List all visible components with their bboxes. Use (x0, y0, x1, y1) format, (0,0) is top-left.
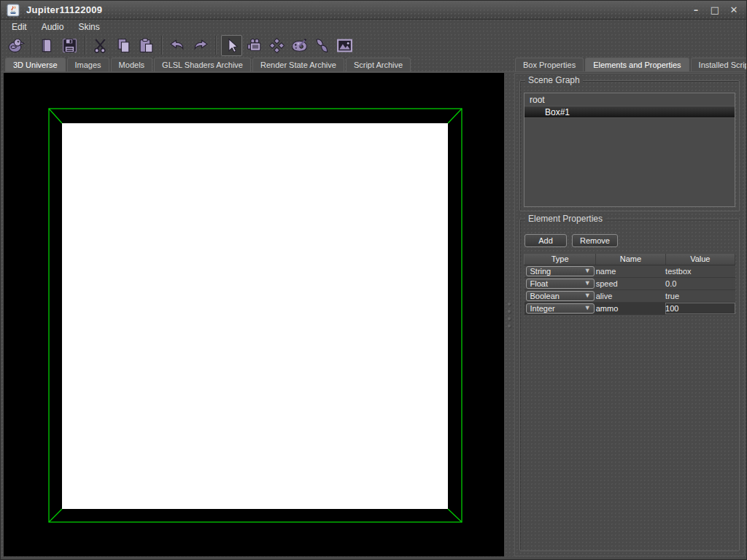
close-button[interactable]: ✕ (726, 4, 742, 17)
redo-arrow-icon[interactable] (190, 35, 211, 56)
name-cell[interactable]: speed (596, 277, 665, 289)
toolbar (1, 33, 747, 58)
column-header-type: Type (525, 254, 596, 265)
copy-icon[interactable] (113, 35, 134, 56)
open-folder-icon[interactable] (36, 35, 58, 56)
combobox-value: Boolean (530, 292, 560, 300)
select-cursor-icon[interactable] (221, 35, 242, 56)
tab-script-archive[interactable]: Script Archive (346, 58, 411, 71)
scene-graph-tree[interactable]: root Box#1 (524, 93, 735, 207)
splitter-handle[interactable] (504, 73, 514, 556)
tree-node-label: root (530, 95, 545, 105)
table-row: Float ▼ speed 0.0 (525, 277, 735, 289)
video-camera-icon[interactable] (244, 35, 265, 56)
undo-arrow-icon[interactable] (167, 35, 188, 56)
3d-viewport[interactable] (4, 73, 504, 556)
scene-graph-title: Scene Graph (525, 76, 583, 85)
tab-installed-scripts[interactable]: Installed Scripts (691, 58, 747, 71)
menu-audio[interactable]: Audio (35, 21, 71, 33)
tab-render-state-archive[interactable]: Render State Archive (252, 58, 344, 71)
toolbar-separator (85, 36, 86, 55)
type-combobox[interactable]: String ▼ (526, 266, 595, 276)
viewport-canvas (4, 73, 504, 556)
splitter-grip-dot (508, 303, 511, 306)
combobox-value: String (530, 267, 551, 276)
name-cell[interactable]: ammo (596, 302, 665, 314)
splitter-grip-dot (508, 324, 511, 327)
column-header-name: Name (596, 254, 665, 265)
cube-back-face (62, 123, 448, 509)
tab-glsl-shaders-archive[interactable]: GLSL Shaders Archive (154, 58, 251, 71)
menu-edit[interactable]: Edit (5, 21, 34, 33)
curves-shapes-icon[interactable] (311, 35, 333, 56)
type-combobox[interactable]: Float ▼ (526, 279, 595, 289)
elements-and-properties-panel: Scene Graph root Box#1 Element Propertie… (514, 73, 745, 556)
paint-palette-icon[interactable] (289, 35, 310, 56)
toolbar-separator (161, 36, 163, 55)
add-button[interactable]: Add (525, 234, 567, 247)
combobox-value: Integer (530, 304, 555, 313)
splitter-grip-dot (508, 310, 511, 313)
tree-node-label: Box#1 (545, 107, 570, 117)
tab-images[interactable]: Images (67, 58, 109, 71)
scene-graph-group: Scene Graph root Box#1 (519, 80, 740, 211)
element-properties-title: Element Properties (525, 214, 605, 224)
menu-bar: Edit Audio Skins (1, 20, 747, 33)
type-combobox[interactable]: Boolean ▼ (526, 291, 595, 301)
element-properties-group: Element Properties Add Remove Type Name … (519, 219, 740, 551)
minimize-button[interactable]: – (688, 4, 704, 17)
type-combobox[interactable]: Integer ▼ (526, 303, 595, 314)
chevron-down-icon: ▼ (584, 268, 591, 274)
toolbar-separator (31, 36, 32, 55)
application-window: { "window": { "title": "Jupiter11122009"… (0, 0, 747, 560)
splitter-grip-dot (508, 317, 511, 320)
value-cell[interactable]: 100 (665, 302, 735, 314)
window-title: Jupiter11122009 (26, 4, 102, 15)
menu-skins[interactable]: Skins (71, 21, 106, 33)
paste-clipboard-icon[interactable] (136, 35, 157, 56)
properties-table: Type Name Value String ▼ name testbox (524, 254, 735, 315)
toolbar-separator (215, 36, 217, 55)
save-floppy-icon[interactable] (59, 35, 80, 56)
name-cell[interactable]: name (596, 265, 665, 277)
tab-box-properties[interactable]: Box Properties (515, 58, 584, 71)
cut-scissors-icon[interactable] (90, 35, 112, 56)
chevron-down-icon: ▼ (584, 292, 591, 299)
combobox-value: Float (530, 279, 548, 288)
table-row: Boolean ▼ alive true (525, 289, 735, 302)
value-cell[interactable]: testbox (665, 265, 735, 277)
table-row-selected: Integer ▼ ammo 100 (525, 302, 735, 314)
tab-3d-universe[interactable]: 3D Universe (5, 58, 66, 71)
tab-strip: 3D Universe Images Models GLSL Shaders A… (1, 58, 747, 72)
java-coffee-cup-icon (7, 4, 20, 17)
title-bar[interactable]: Jupiter11122009 – □ ✕ (1, 1, 747, 20)
column-header-value: Value (665, 254, 735, 265)
maximize-button[interactable]: □ (707, 4, 723, 17)
remove-button[interactable]: Remove (572, 234, 618, 247)
main-content: Scene Graph root Box#1 Element Propertie… (4, 73, 745, 556)
duck-logo-icon[interactable] (5, 35, 26, 56)
move-diamonds-icon[interactable] (266, 35, 287, 56)
tree-node-root[interactable]: root (525, 93, 735, 106)
value-cell[interactable]: true (665, 289, 735, 302)
name-cell[interactable]: alive (596, 289, 665, 302)
image-picture-icon[interactable] (334, 35, 355, 56)
value-cell[interactable]: 0.0 (665, 277, 735, 289)
table-row: String ▼ name testbox (525, 265, 735, 277)
tree-node-box1[interactable]: Box#1 (525, 106, 735, 118)
tab-elements-and-properties[interactable]: Elements and Properties (585, 58, 689, 71)
chevron-down-icon: ▼ (584, 280, 591, 287)
tab-models[interactable]: Models (111, 58, 152, 71)
chevron-down-icon: ▼ (584, 305, 591, 311)
